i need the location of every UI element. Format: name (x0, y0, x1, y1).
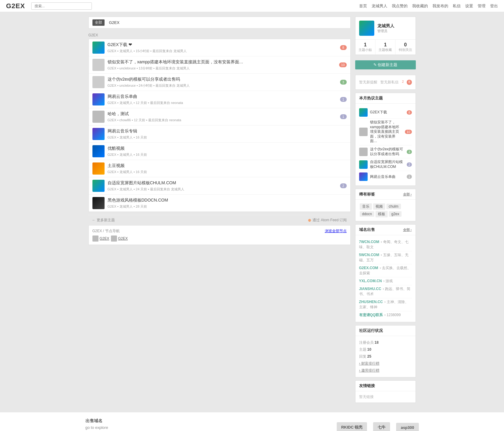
thread-list: G2EX下载 ❤G2EX • 龙城男人 • 15小时前 • 最后回复来自 龙城男… (88, 39, 351, 212)
hot-title[interactable]: 网易云音乐单曲 (370, 175, 405, 179)
site-logo[interactable]: G2EX (6, 2, 25, 10)
community-stat-label: 回复 (359, 354, 366, 359)
thread-content: 自适应宽屏图片站模板CHULM.COMG2EX • 龙城男人 • 24 天前 •… (108, 180, 340, 192)
reply-count: 3 (340, 80, 347, 85)
profile-manage-label: 管理员 (377, 29, 394, 33)
hot-title[interactable]: 自适应宽屏图片站模板CHULM.COM (370, 160, 405, 169)
tag-item[interactable]: 模板 (375, 211, 388, 217)
thread-title[interactable]: G2EX下载 ❤ (108, 42, 340, 48)
nav-item-我点赞的[interactable]: 我点赞的 (392, 3, 408, 9)
reply-count: 1 (340, 114, 347, 119)
hot-title[interactable]: G2EX下载 (370, 110, 405, 115)
thread-content: 黑色游戏风格模板DDOCN.COMG2EX • 龙城男人 • 28 天前 (108, 197, 347, 209)
thread-content: 网易云音乐单曲G2EX • 龙城男人 • 12 天前 • 最后回复来自 neon… (108, 94, 340, 105)
hot-topic-item: G2EX下载8 (359, 107, 412, 119)
thread-meta: G2EX • chow86 • 12 天前 • 最后回复来自 neonata (108, 118, 340, 122)
reply-count: 8 (340, 45, 347, 50)
friend-links-card: 友情链接 暂无链接 (355, 380, 416, 403)
node-avatar (92, 236, 98, 242)
domain-name[interactable]: ZHUSHEN.CC (359, 300, 383, 304)
community-title: 社区运行状况 (359, 328, 383, 333)
stat-item: 1主题小贴 (355, 40, 375, 55)
create-topic-button[interactable]: ✎ 创建新主题 (355, 60, 416, 69)
thread-avatar (92, 76, 105, 88)
thread-title[interactable]: 哈哈，测试 (108, 111, 340, 117)
thread-avatar (92, 197, 105, 209)
tag-item[interactable]: 音乐 (360, 203, 372, 210)
main-content: 全部 G2EX G2EX G2EX下载 ❤G2EX • 龙城男人 • 15小时前… (85, 17, 419, 406)
domain-tags: › 游戏 (383, 279, 393, 283)
hot-count: 10 (405, 130, 412, 134)
node-list: G2EXG2EX (92, 236, 347, 242)
section-name[interactable]: G2EX (109, 20, 120, 25)
stat-item: 0特别关注 (396, 40, 415, 55)
stat-num: 0 (397, 42, 414, 48)
footer-explore: go to explore (85, 425, 129, 430)
notif-msg-label: 暂无新私信 (380, 80, 399, 85)
thread-title[interactable]: 锁似安装不了，xampp搭建本地环境安装直接跳主页面，没有安装界面… (108, 59, 339, 65)
nodes-section: G2EX / 节点导航 浏览全部节点 G2EXG2EX (88, 225, 351, 245)
domain-name[interactable]: YXL.COM.CN (359, 279, 382, 283)
thread-title[interactable]: 优酷视频 (108, 145, 347, 152)
thread-title[interactable]: 网易云音乐单曲 (108, 94, 340, 100)
domain-name[interactable]: 5WCN.COM (359, 253, 379, 257)
thread-title[interactable]: 土豆视频 (108, 163, 347, 169)
rank-link[interactable]: › 财富排行榜 (359, 360, 412, 367)
view-all-nodes-link[interactable]: 浏览全部节点 (325, 229, 347, 234)
tags-title: 稀有标签 (359, 192, 375, 197)
thread-title[interactable]: 自适应宽屏图片站模板CHULM.COM (108, 180, 340, 186)
notif-row: 暂无新提醒 暂无新私信 2 8 (359, 78, 412, 86)
notif-count: 2 (402, 80, 404, 85)
nav-item-管理[interactable]: 管理 (478, 3, 486, 9)
hot-count: 2 (407, 162, 412, 167)
right-sidebar: 龙城男人 管理员 1主题小贴1主题收藏0特别关注 ✎ 创建新主题 暂无新提醒 暂… (355, 17, 416, 406)
tag-item[interactable]: ddocn (360, 211, 375, 217)
nav-item-我收藏的[interactable]: 我收藏的 (412, 3, 428, 9)
nav-item-私信[interactable]: 私信 (453, 3, 461, 9)
nav-item-设置[interactable]: 设置 (465, 3, 473, 9)
community-stat-row: 主题 10 (359, 346, 412, 353)
nav-item-首页[interactable]: 首页 (359, 3, 367, 9)
all-domains-link[interactable]: 全部 › (403, 228, 412, 232)
thread-meta: G2EX • unclebruce • 24小时前 • 最后回复来自 龙城男人 (108, 83, 340, 88)
stat-label: 主题收藏 (377, 48, 394, 52)
tag-item[interactable]: 视频 (373, 203, 385, 210)
domain-name[interactable]: G2EX.COM (359, 266, 378, 270)
community-stat-row: 回复 25 (359, 353, 412, 360)
stat-label: 特别关注 (397, 48, 414, 52)
hot-title[interactable]: 这个仿v2ex的模板可以分享或者出售吗 (370, 147, 405, 156)
nav-item-登出[interactable]: 登出 (490, 3, 498, 9)
atom-feed-link[interactable]: ⊕ 通过 Atom Feed 订阅 (308, 218, 347, 223)
thread-meta: G2EX • 龙城男人 • 28 天前 (108, 204, 347, 209)
node-link[interactable]: G2EX (118, 236, 128, 241)
create-btn-wrap: ✎ 创建新主题 (355, 58, 416, 72)
notif-topic-label: 暂无新提醒 (359, 80, 377, 85)
tag-item[interactable]: g2ex (389, 211, 402, 217)
hot-title[interactable]: 锁似安装不了，xampp搭建本地环境安装直接跳主页面，没有安装界面… (370, 120, 403, 144)
nav-item-龙城男人[interactable]: 龙城男人 (372, 3, 387, 9)
domain-name[interactable]: 有意请QQ联系 (359, 313, 383, 317)
domain-name[interactable]: JIANSHU.CC (359, 287, 381, 291)
thread-title[interactable]: 这个仿v2ex的模板可以分享或者出售吗 (108, 76, 340, 82)
atom-feed-label: 通过 Atom Feed 订阅 (312, 218, 347, 223)
nodes-title: G2EX / 节点导航 (92, 229, 120, 234)
search-input[interactable] (31, 2, 92, 10)
thread-content: 这个仿v2ex的模板可以分享或者出售吗G2EX • unclebruce • 2… (108, 76, 340, 88)
domain-name[interactable]: 7WCN.COM (359, 240, 379, 244)
nav-item-我发布的[interactable]: 我发布的 (432, 3, 448, 9)
community-body: 注册会员 18主题 10回复 25› 财富排行榜› 邀劳排行榜 (355, 336, 416, 377)
left-column: 全部 G2EX G2EX G2EX下载 ❤G2EX • 龙城男人 • 15小时前… (88, 17, 351, 406)
tag-item[interactable]: chulm (386, 204, 401, 209)
thread-item: 土豆视频G2EX • 龙城男人 • 16 天前 (89, 160, 350, 177)
thread-content: 网易云音乐专辑G2EX • 龙城男人 • 16 天前 (108, 128, 347, 140)
all-category[interactable]: 全部 (92, 19, 105, 26)
more-topics-link[interactable]: ← 更多新主题 (92, 218, 115, 223)
thread-title[interactable]: 黑色游戏风格模板DDOCN.COM (108, 197, 347, 203)
all-tags-link[interactable]: 全部 › (403, 192, 412, 197)
section-label: G2EX (88, 32, 351, 39)
profile-top: 龙城男人 管理员 (355, 17, 416, 40)
rank-link[interactable]: › 邀劳排行榜 (359, 367, 412, 374)
thread-title[interactable]: 网易云音乐专辑 (108, 128, 347, 134)
node-link[interactable]: G2EX (100, 236, 109, 241)
nodes-header: G2EX / 节点导航 浏览全部节点 (92, 229, 347, 234)
